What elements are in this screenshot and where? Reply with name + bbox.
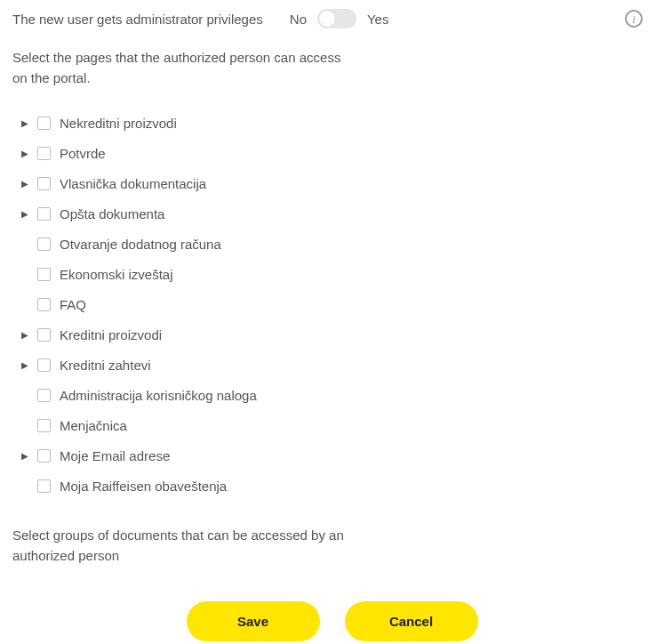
caret-right-icon[interactable]: ▶: [18, 206, 32, 221]
tree-checkbox[interactable]: [37, 147, 51, 160]
tree-item-label[interactable]: Menjačnica: [60, 418, 127, 433]
tree-item-label[interactable]: Potvrde: [60, 146, 106, 161]
tree-checkbox[interactable]: [37, 419, 51, 432]
pages-section-label: Select the pages that the authorized per…: [12, 48, 359, 88]
info-icon[interactable]: i: [625, 10, 643, 28]
tree-item: ▶Moje Email adrese: [12, 440, 652, 471]
tree-checkbox[interactable]: [37, 389, 51, 402]
tree-item: ▶Moja Raiffeisen obaveštenja: [12, 471, 652, 501]
tree-checkbox[interactable]: [37, 479, 51, 493]
tree-item: ▶Ekonomski izveštaj: [12, 259, 652, 289]
tree-item-label[interactable]: Otvaranje dodatnog računa: [60, 237, 221, 252]
tree-item: ▶Potvrde: [12, 138, 652, 168]
tree-item-label[interactable]: Administracija korisničkog naloga: [60, 388, 257, 403]
tree-item-label[interactable]: Moje Email adrese: [60, 448, 170, 463]
admin-toggle[interactable]: [317, 9, 356, 28]
tree-checkbox[interactable]: [37, 449, 51, 463]
admin-privileges-label: The new user gets administrator privileg…: [12, 12, 263, 27]
caret-right-icon[interactable]: ▶: [18, 358, 32, 372]
caret-right-icon[interactable]: ▶: [18, 176, 32, 190]
tree-checkbox[interactable]: [37, 207, 51, 221]
tree-item-label[interactable]: Nekreditni proizvodi: [60, 116, 177, 131]
tree-item: ▶Kreditni zahtevi: [12, 350, 652, 380]
tree-item: ▶Menjačnica: [12, 410, 652, 440]
docs-section-label: Select groups of documents that can be a…: [12, 526, 359, 566]
tree-checkbox[interactable]: [37, 177, 51, 190]
tree-item-label[interactable]: Kreditni zahtevi: [60, 358, 151, 373]
admin-toggle-group: No Yes: [290, 9, 389, 28]
caret-right-icon[interactable]: ▶: [18, 146, 32, 160]
tree-item: ▶FAQ: [12, 289, 652, 319]
pages-tree: ▶Nekreditni proizvodi▶Potvrde▶Vlasnička …: [12, 108, 652, 501]
toggle-no-label: No: [290, 12, 307, 27]
tree-item-label[interactable]: Vlasnička dokumentacija: [60, 176, 206, 191]
toggle-yes-label: Yes: [367, 12, 388, 27]
tree-checkbox[interactable]: [37, 328, 51, 342]
tree-item: ▶Administracija korisničkog naloga: [12, 380, 652, 410]
toggle-knob: [318, 10, 336, 28]
tree-checkbox[interactable]: [37, 298, 51, 311]
tree-checkbox[interactable]: [37, 237, 51, 251]
tree-checkbox[interactable]: [37, 358, 51, 372]
tree-item-label[interactable]: FAQ: [60, 297, 86, 312]
caret-right-icon[interactable]: ▶: [18, 448, 32, 463]
tree-item: ▶Kreditni proizvodi: [12, 319, 652, 350]
tree-checkbox[interactable]: [37, 268, 51, 281]
tree-item: ▶Nekreditni proizvodi: [12, 108, 652, 138]
caret-right-icon[interactable]: ▶: [18, 327, 32, 342]
tree-item-label[interactable]: Opšta dokumenta: [60, 206, 164, 221]
tree-item-label[interactable]: Kreditni proizvodi: [60, 327, 162, 342]
caret-right-icon[interactable]: ▶: [18, 116, 32, 130]
tree-item: ▶Opšta dokumenta: [12, 198, 652, 229]
tree-checkbox[interactable]: [37, 117, 51, 130]
tree-item: ▶Vlasnička dokumentacija: [12, 168, 652, 198]
save-button[interactable]: Save: [187, 601, 320, 641]
tree-item-label[interactable]: Ekonomski izveštaj: [60, 267, 173, 282]
tree-item-label[interactable]: Moja Raiffeisen obaveštenja: [60, 479, 227, 494]
cancel-button[interactable]: Cancel: [345, 601, 478, 641]
tree-item: ▶Otvaranje dodatnog računa: [12, 229, 652, 259]
admin-privileges-row: The new user gets administrator privileg…: [12, 9, 652, 28]
button-row: Save Cancel: [12, 601, 652, 641]
